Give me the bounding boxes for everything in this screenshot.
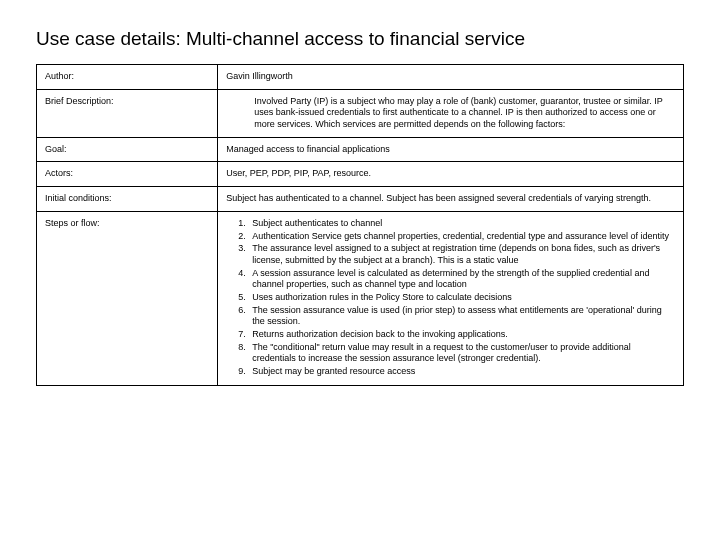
usecase-table: Author: Gavin Illingworth Brief Descript… xyxy=(36,64,684,386)
page-title: Use case details: Multi-channel access t… xyxy=(36,28,684,50)
steps-list: Subject authenticates to channel Authent… xyxy=(226,218,675,378)
brief-value: Involved Party (IP) is a subject who may… xyxy=(218,89,684,137)
steps-value: Subject authenticates to channel Authent… xyxy=(218,211,684,385)
goal-label: Goal: xyxy=(37,137,218,162)
brief-label: Brief Description: xyxy=(37,89,218,137)
list-item: Returns authorization decision back to t… xyxy=(248,329,675,341)
list-item: The assurance level assigned to a subjec… xyxy=(248,243,675,266)
list-item: Subject authenticates to channel xyxy=(248,218,675,230)
author-value: Gavin Illingworth xyxy=(218,65,684,90)
list-item: The "conditional" return value may resul… xyxy=(248,342,675,365)
steps-label: Steps or flow: xyxy=(37,211,218,385)
row-goal: Goal: Managed access to financial applic… xyxy=(37,137,684,162)
initial-value: Subject has authenticated to a channel. … xyxy=(218,187,684,212)
list-item: Uses authorization rules in the Policy S… xyxy=(248,292,675,304)
list-item: The session assurance value is used (in … xyxy=(248,305,675,328)
row-actors: Actors: User, PEP, PDP, PIP, PAP, resour… xyxy=(37,162,684,187)
author-label: Author: xyxy=(37,65,218,90)
row-initial: Initial conditions: Subject has authenti… xyxy=(37,187,684,212)
actors-value: User, PEP, PDP, PIP, PAP, resource. xyxy=(218,162,684,187)
row-brief: Brief Description: Involved Party (IP) i… xyxy=(37,89,684,137)
row-steps: Steps or flow: Subject authenticates to … xyxy=(37,211,684,385)
actors-label: Actors: xyxy=(37,162,218,187)
list-item: Authentication Service gets channel prop… xyxy=(248,231,675,243)
list-item: Subject may be granted resource access xyxy=(248,366,675,378)
initial-label: Initial conditions: xyxy=(37,187,218,212)
goal-value: Managed access to financial applications xyxy=(218,137,684,162)
list-item: A session assurance level is calculated … xyxy=(248,268,675,291)
row-author: Author: Gavin Illingworth xyxy=(37,65,684,90)
